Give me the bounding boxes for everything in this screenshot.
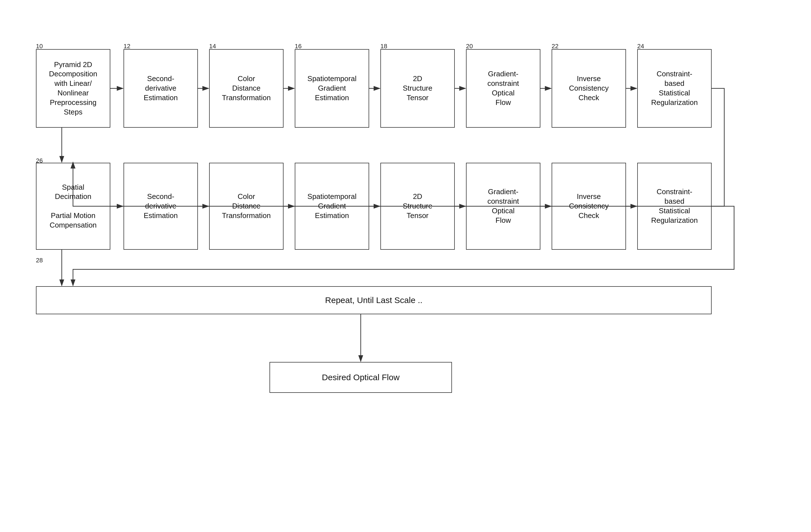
box-inverse-1: InverseConsistencyCheck bbox=[552, 49, 626, 128]
box-structure-2: 2DStructureTensor bbox=[380, 163, 455, 250]
label-28: 28 bbox=[36, 257, 43, 264]
diagram-container: 10 12 14 16 18 20 22 24 Pyramid 2DDecomp… bbox=[17, 17, 794, 516]
box-spatio-2: SpatiotemporalGradientEstimation bbox=[295, 163, 369, 250]
box-structure-1: 2DStructureTensor bbox=[380, 49, 455, 128]
box-inverse-2: InverseConsistencyCheck bbox=[552, 163, 626, 250]
box-gradient-1: Gradient-constraintOpticalFlow bbox=[466, 49, 540, 128]
box-spatio-1: SpatiotemporalGradientEstimation bbox=[295, 49, 369, 128]
box-color-dist-1: ColorDistanceTransformation bbox=[209, 49, 284, 128]
desired-optical-flow-box: Desired Optical Flow bbox=[270, 362, 452, 393]
box-color-dist-2: ColorDistanceTransformation bbox=[209, 163, 284, 250]
box-gradient-2: Gradient-constraintOpticalFlow bbox=[466, 163, 540, 250]
box-second-deriv-2: Second-derivativeEstimation bbox=[123, 163, 198, 250]
box-second-deriv-1: Second-derivativeEstimation bbox=[123, 49, 198, 128]
box-pyramid: Pyramid 2DDecompositionwith Linear/Nonli… bbox=[36, 49, 110, 128]
box-constraint-1: Constraint-basedStatisticalRegularizatio… bbox=[637, 49, 711, 128]
box-spatial-dec: SpatialDecimationPartial MotionCompensat… bbox=[36, 163, 110, 250]
box-constraint-2: Constraint-basedStatisticalRegularizatio… bbox=[637, 163, 711, 250]
repeat-box: Repeat, Until Last Scale .. bbox=[36, 286, 711, 314]
